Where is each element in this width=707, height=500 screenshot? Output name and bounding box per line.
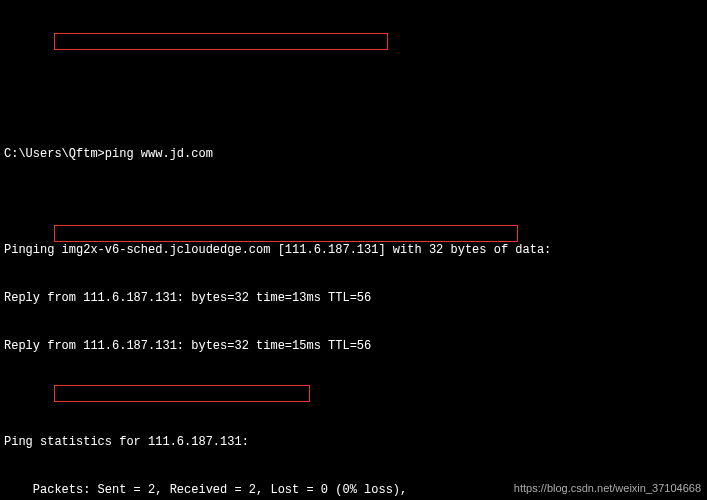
reply-line: Reply from 111.6.187.131: bytes=32 time=… <box>4 338 703 354</box>
reply-line: Reply from 111.6.187.131: bytes=32 time=… <box>4 290 703 306</box>
command-text: ping www.jd.com <box>105 147 213 161</box>
annotation-box-1 <box>54 33 388 50</box>
pinging-prefix: Pinging <box>4 243 62 257</box>
stats-packets: Packets: Sent = 2, Received = 2, Lost = … <box>4 482 703 498</box>
blank-line <box>4 194 703 210</box>
resolved-host: img2x-v6-sched.jcloudedge.com [111.6.187… <box>62 243 386 257</box>
terminal-output[interactable]: C:\Users\Qftm>ping www.jd.com Pinging im… <box>0 0 707 500</box>
command-line: C:\Users\Qftm>ping www.jd.com <box>4 146 703 162</box>
pinging-suffix: with 32 bytes of data: <box>386 243 552 257</box>
prompt: C:\Users\Qftm> <box>4 147 105 161</box>
annotation-box-2 <box>54 225 518 242</box>
pinging-line: Pinging img2x-v6-sched.jcloudedge.com [1… <box>4 242 703 258</box>
blank-line <box>4 386 703 402</box>
stats-header: Ping statistics for 111.6.187.131: <box>4 434 703 450</box>
